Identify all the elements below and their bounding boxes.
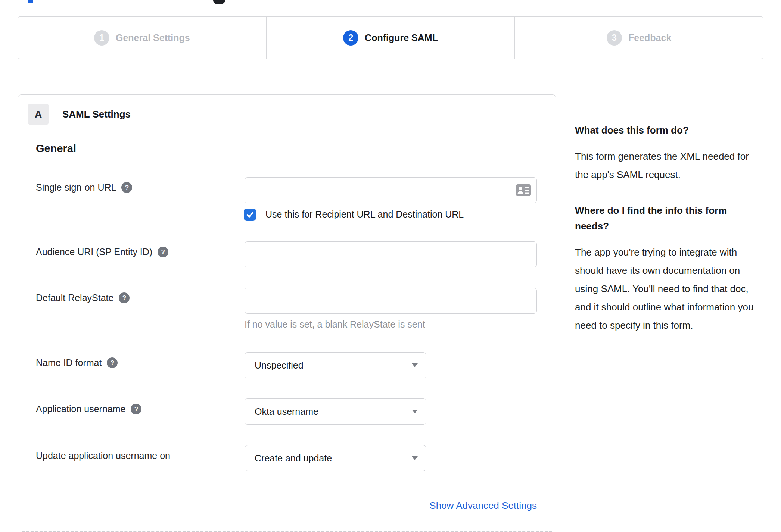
chevron-down-icon (412, 456, 418, 460)
help-icon[interactable]: ? (119, 292, 130, 303)
step-feedback[interactable]: 3 Feedback (514, 17, 763, 59)
name-id-format-value: Unspecified (255, 360, 304, 371)
cutoff-logo-fragment (213, 0, 225, 4)
relay-state-label-text: Default RelayState (36, 292, 113, 303)
app-username-select[interactable]: Okta username (245, 398, 426, 425)
sidebar-body-where: The app you're trying to integrate with … (575, 243, 763, 335)
cutoff-blue-fragment (28, 0, 33, 3)
step-label: Configure SAML (365, 32, 438, 43)
sso-url-label-text: Single sign-on URL (36, 182, 116, 193)
audience-uri-label: Audience URI (SP Entity ID) ? (36, 247, 168, 257)
chevron-down-icon (412, 363, 418, 367)
step-label: General Settings (116, 32, 190, 43)
help-icon[interactable]: ? (121, 182, 132, 193)
section-title: SAML Settings (62, 109, 131, 120)
step-number-badge: 3 (607, 30, 622, 46)
recipient-url-checkbox[interactable] (244, 209, 256, 221)
general-heading: General (36, 143, 76, 155)
chevron-down-icon (412, 410, 418, 413)
section-a-badge: A (28, 104, 49, 125)
section-dashed-divider (22, 531, 552, 532)
step-label: Feedback (628, 32, 671, 43)
recipient-url-checkbox-label: Use this for Recipient URL and Destinati… (265, 209, 464, 220)
step-configure-saml[interactable]: 2 Configure SAML (266, 17, 515, 59)
sidebar-spacer (575, 184, 763, 203)
update-app-username-select[interactable]: Create and update (245, 445, 426, 471)
audience-uri-label-text: Audience URI (SP Entity ID) (36, 247, 152, 257)
help-sidebar: What does this form do? This form genera… (575, 122, 763, 335)
sso-url-input[interactable] (245, 177, 537, 203)
sidebar-heading-what: What does this form do? (575, 122, 763, 138)
relay-state-hint: If no value is set, a blank RelayState i… (245, 319, 425, 330)
step-number-badge: 2 (343, 30, 358, 46)
sso-url-label: Single sign-on URL ? (36, 182, 132, 193)
update-app-username-value: Create and update (255, 453, 332, 464)
name-id-format-label-text: Name ID format (36, 357, 102, 368)
step-number-badge: 1 (94, 30, 109, 46)
help-icon[interactable]: ? (158, 247, 168, 257)
audience-uri-input[interactable] (245, 241, 537, 267)
saml-settings-card: A SAML Settings General Single sign-on U… (18, 94, 556, 532)
sso-url-input-wrap (245, 177, 537, 203)
name-id-format-label: Name ID format ? (36, 357, 118, 368)
relay-state-input[interactable] (245, 288, 537, 314)
app-username-value: Okta username (255, 406, 318, 417)
app-username-label-text: Application username (36, 404, 125, 414)
sidebar-body-what: This form generates the XML needed for t… (575, 147, 763, 184)
checkbox-checkmark-icon (245, 210, 255, 219)
update-app-username-label-text: Update application username on (36, 450, 170, 461)
sidebar-heading-where: Where do I find the info this form needs… (575, 203, 763, 234)
help-icon[interactable]: ? (107, 357, 118, 368)
help-icon[interactable]: ? (131, 404, 141, 414)
wizard-stepper: 1 General Settings 2 Configure SAML 3 Fe… (18, 16, 763, 59)
update-app-username-label: Update application username on (36, 450, 170, 461)
name-id-format-select[interactable]: Unspecified (245, 352, 426, 378)
relay-state-label: Default RelayState ? (36, 292, 130, 303)
contact-card-icon[interactable] (516, 184, 531, 196)
show-advanced-settings-link[interactable]: Show Advanced Settings (245, 500, 537, 511)
app-username-label: Application username ? (36, 404, 141, 414)
step-general-settings[interactable]: 1 General Settings (18, 17, 266, 59)
